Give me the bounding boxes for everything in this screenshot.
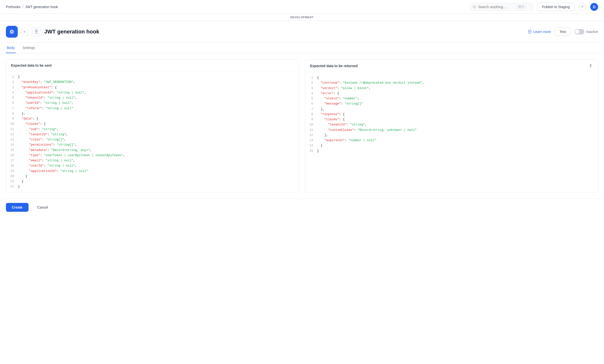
table-row: 5 "status": "number",	[305, 96, 598, 101]
table-row: 14 }	[305, 143, 598, 148]
table-row: 22}	[6, 184, 299, 189]
table-row: 20 }	[6, 174, 299, 179]
learn-more-link[interactable]: Learn more	[528, 30, 551, 34]
cancel-button[interactable]: Cancel	[31, 203, 54, 212]
table-row: 21 }	[6, 179, 299, 184]
svg-rect-4	[528, 30, 531, 33]
table-row: 14 "permissions": "string[]",	[6, 142, 299, 148]
breadcrumb: Prehooks / JWT generation hook	[6, 5, 466, 9]
search-input[interactable]	[478, 5, 515, 9]
table-row: 7 "referer": "string | null"	[6, 106, 299, 111]
table-row: 11 "sub": "string",	[6, 127, 299, 132]
table-row: 16 "type": "userToken | userApiToken | t…	[6, 153, 299, 158]
back-arrow[interactable]	[21, 28, 29, 36]
table-row: 9 "data": {	[6, 116, 299, 121]
tab-settings[interactable]: Settings	[22, 43, 36, 53]
breadcrumb-separator: /	[22, 5, 23, 9]
table-row: 6 "userId": "string | null",	[6, 101, 299, 106]
tabs-bar: Body Settings	[0, 43, 604, 53]
table-row: 19 "applicationId": "string | null"	[6, 169, 299, 174]
table-row: 7 },	[305, 107, 598, 112]
breadcrumb-parent[interactable]: Prehooks	[6, 5, 20, 9]
table-row: 2 "eventKey": "JWT_GENERATION",	[6, 80, 299, 85]
table-row: 13 "roles": "string[]",	[6, 137, 299, 142]
table-row: 5 "tenantId": "string | null",	[6, 95, 299, 101]
page-title: JWT generation hook	[44, 29, 525, 35]
hook-icon	[31, 27, 41, 37]
table-row: 3 "verdict": "allow | block",	[305, 86, 598, 91]
table-row: 17 "email": "string | null",	[6, 158, 299, 163]
table-row: 9 "claims": {	[305, 117, 598, 122]
search-shortcut: ⌘ K	[517, 5, 525, 9]
table-row: 1{	[305, 75, 598, 80]
document-icon	[528, 30, 532, 34]
table-row: 6 "message": "string[]"	[305, 101, 598, 106]
table-row: 13 "expiresIn": "number | null"	[305, 138, 598, 143]
create-button[interactable]: Create	[6, 203, 29, 212]
active-toggle[interactable]	[574, 29, 584, 34]
table-row: 8 },	[6, 111, 299, 116]
search-bar[interactable]: ⌘ K	[469, 3, 533, 11]
table-row: 15 "metadata": "Record<string, any>",	[6, 148, 299, 153]
table-row: 1{	[6, 75, 299, 80]
table-row: 4 "error": {	[305, 91, 598, 96]
dev-banner: DEVELOPMENT	[0, 14, 604, 21]
breadcrumb-child: JWT generation hook	[25, 5, 58, 9]
table-row: 12 },	[305, 133, 598, 138]
search-icon	[473, 5, 476, 9]
left-panel-header: Expected data to be sent	[6, 60, 299, 72]
footer: Create Cancel	[0, 199, 604, 216]
theme-toggle-icon[interactable]: ☾	[589, 63, 593, 68]
app-icon	[6, 26, 18, 38]
tab-body[interactable]: Body	[6, 43, 16, 53]
header-actions: Learn more Test Inactive	[528, 28, 598, 36]
main-content: Expected data to be sent 1{2 "eventKey":…	[0, 53, 604, 199]
table-row: 3 "prehookContext": {	[6, 85, 299, 90]
table-row: 15}	[305, 149, 598, 154]
table-row: 2 "continue": "boolean //@deprecated Use…	[305, 80, 598, 86]
left-code-panel: Expected data to be sent 1{2 "eventKey":…	[6, 59, 299, 193]
publish-to-staging-button[interactable]: Publish to Staging	[537, 3, 574, 11]
svg-point-3	[11, 31, 13, 32]
table-row: 10 "tenantId": "string",	[305, 122, 598, 127]
help-button[interactable]: ?	[578, 3, 586, 11]
inactive-label: Inactive	[586, 30, 598, 34]
right-panel-header: Expected data to be returned ☾	[305, 60, 598, 72]
test-button[interactable]: Test	[555, 28, 571, 36]
left-panel-body: 1{2 "eventKey": "JWT_GENERATION",3 "preh…	[6, 72, 299, 193]
top-header: Prehooks / JWT generation hook ⌘ K Publi…	[0, 0, 604, 14]
page-header: JWT generation hook Learn more Test Inac…	[0, 21, 604, 43]
table-row: 4 "applicationId": "string | null",	[6, 90, 299, 95]
table-row: 8 "response": {	[305, 112, 598, 117]
table-row: 10 "claims": {	[6, 121, 299, 127]
table-row: 18 "userId": "string | null",	[6, 163, 299, 168]
avatar: D	[590, 3, 598, 11]
table-row: 12 "tenantId": "string",	[6, 132, 299, 137]
right-panel-body: 1{2 "continue": "boolean //@deprecated U…	[305, 72, 598, 157]
toggle-wrapper: Inactive	[574, 29, 598, 34]
table-row: 11 "customClaims": "Record<string, unkno…	[305, 128, 598, 133]
right-code-panel: Expected data to be returned ☾ 1{2 "cont…	[305, 59, 598, 193]
